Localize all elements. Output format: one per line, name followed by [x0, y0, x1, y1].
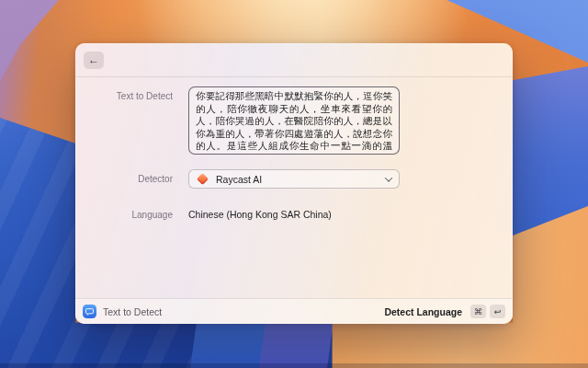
extension-icon: [83, 305, 96, 318]
language-value: Chinese (Hong Kong SAR China): [188, 209, 332, 220]
wallpaper-bottom-shade: [0, 363, 588, 368]
detector-label: Detector: [75, 174, 173, 184]
detector-row: Detector Raycast AI: [75, 169, 513, 189]
language-row: Language Chinese (Hong Kong SAR China): [75, 205, 513, 222]
language-label: Language: [75, 210, 173, 220]
left-arrow-icon: ←: [88, 54, 99, 65]
detect-language-action[interactable]: Detect Language ⌘ ↩: [384, 305, 505, 318]
back-button[interactable]: ←: [84, 52, 104, 69]
detect-form: Text to Detect 你要記得那些黑暗中默默抱緊你的人，逗你笑的人，陪你…: [75, 77, 513, 222]
speech-bubble-icon: [85, 307, 94, 316]
raycast-ai-gem-icon: [197, 173, 209, 185]
detect-language-label: Detect Language: [384, 306, 462, 317]
text-to-detect-input[interactable]: 你要記得那些黑暗中默默抱緊你的人，逗你笑的人，陪你徹夜聊天的人，坐車來看望你的人…: [188, 86, 400, 155]
text-to-detect-row: Text to Detect 你要記得那些黑暗中默默抱緊你的人，逗你笑的人，陪你…: [75, 86, 513, 155]
detector-value: Raycast AI: [216, 174, 262, 185]
action-bar-title: Text to Detect: [103, 306, 162, 317]
text-to-detect-value: 你要記得那些黑暗中默默抱緊你的人，逗你笑的人，陪你徹夜聊天的人，坐車來看望你的人…: [196, 90, 392, 155]
raycast-window: ← Text to Detect 你要記得那些黑暗中默默抱緊你的人，逗你笑的人，…: [75, 43, 513, 324]
desktop: ← Text to Detect 你要記得那些黑暗中默默抱緊你的人，逗你笑的人，…: [0, 0, 588, 368]
return-key-icon: ↩: [490, 305, 505, 318]
wallpaper-bright-blue-panel: [190, 322, 267, 368]
command-key-icon: ⌘: [470, 305, 486, 318]
window-header: ←: [75, 43, 513, 77]
chevron-down-icon: [385, 174, 392, 181]
action-bar: Text to Detect Detect Language ⌘ ↩: [75, 298, 513, 324]
detector-dropdown[interactable]: Raycast AI: [188, 169, 400, 189]
wallpaper-violet-panel: [259, 322, 334, 368]
text-to-detect-label: Text to Detect: [75, 86, 173, 155]
